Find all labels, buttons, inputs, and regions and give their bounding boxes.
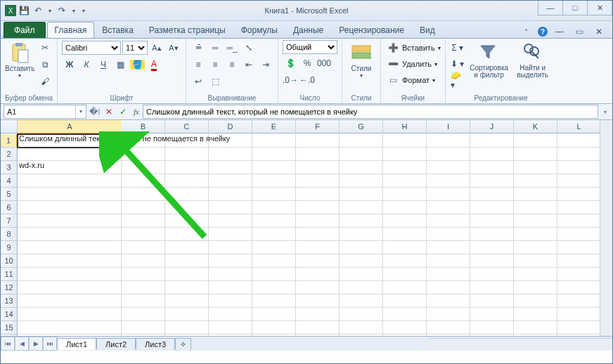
cell[interactable] xyxy=(209,294,252,308)
cell[interactable] xyxy=(122,241,165,254)
cell[interactable] xyxy=(470,134,514,148)
cell[interactable] xyxy=(427,321,470,334)
name-box[interactable]: A1 ▾ xyxy=(4,105,86,119)
column-header[interactable]: C xyxy=(165,120,209,134)
qat-customize-icon[interactable]: ▾ xyxy=(79,3,88,18)
cell[interactable] xyxy=(340,294,383,308)
formula-expand-icon[interactable]: �⁞ xyxy=(88,105,102,118)
cell[interactable] xyxy=(383,254,427,268)
save-icon[interactable]: 💾 xyxy=(18,4,30,17)
formula-input[interactable] xyxy=(143,105,598,119)
cell[interactable] xyxy=(557,308,601,321)
cell[interactable] xyxy=(165,321,209,334)
sheet-tab-1[interactable]: Лист1 xyxy=(57,338,96,350)
select-all-corner[interactable] xyxy=(1,120,18,134)
cell[interactable] xyxy=(252,241,296,254)
cell[interactable] xyxy=(470,148,514,161)
cell[interactable] xyxy=(252,201,296,214)
undo-icon[interactable]: ↶ xyxy=(32,4,44,17)
cell[interactable] xyxy=(427,174,470,188)
cell[interactable] xyxy=(557,294,601,308)
orientation-icon[interactable]: ⤡ xyxy=(241,40,257,56)
cell[interactable] xyxy=(383,281,427,294)
clear-icon[interactable]: 🧽 ▾ xyxy=(450,72,465,88)
cell[interactable] xyxy=(296,174,340,188)
cell[interactable] xyxy=(122,174,165,188)
cell[interactable] xyxy=(427,214,470,228)
cell[interactable] xyxy=(18,254,122,268)
align-left-icon[interactable]: ≡ xyxy=(191,57,206,72)
cell[interactable] xyxy=(209,268,252,281)
sheet-tab-3[interactable]: Лист3 xyxy=(136,338,175,350)
align-center-icon[interactable]: ≡ xyxy=(207,57,223,72)
cell[interactable] xyxy=(18,148,122,161)
font-name-select[interactable]: Calibri xyxy=(62,41,121,55)
cell[interactable] xyxy=(165,294,209,308)
cell[interactable] xyxy=(383,214,427,228)
cell[interactable] xyxy=(383,134,427,148)
cell[interactable] xyxy=(514,308,557,321)
cell[interactable] xyxy=(18,174,122,188)
cell[interactable] xyxy=(296,321,340,334)
cell[interactable] xyxy=(514,268,557,281)
cell[interactable] xyxy=(340,214,383,228)
redo-dropdown-icon[interactable]: ▾ xyxy=(70,3,78,18)
cell[interactable] xyxy=(252,214,296,228)
cell[interactable] xyxy=(557,254,601,268)
doc-close-icon[interactable]: ✕ xyxy=(591,24,607,39)
cell[interactable] xyxy=(209,228,252,241)
accounting-format-icon[interactable]: 💲 xyxy=(283,56,298,71)
cell[interactable] xyxy=(514,228,557,241)
cell[interactable] xyxy=(252,308,296,321)
cell[interactable] xyxy=(340,241,383,254)
cell[interactable] xyxy=(514,294,557,308)
tab-home[interactable]: Главная xyxy=(47,22,95,38)
cell[interactable] xyxy=(296,254,340,268)
cell[interactable] xyxy=(165,254,209,268)
cell[interactable] xyxy=(165,174,209,188)
cell[interactable] xyxy=(252,134,296,148)
horizontal-scrollbar[interactable] xyxy=(430,338,612,351)
cell[interactable] xyxy=(18,294,122,308)
paste-button[interactable]: Вставить ▾ xyxy=(5,40,34,79)
cell[interactable] xyxy=(470,228,514,241)
cell[interactable] xyxy=(252,174,296,188)
row-header[interactable]: 11 xyxy=(1,268,18,281)
sheet-nav-next-icon[interactable]: ▶ xyxy=(29,337,43,351)
cell[interactable] xyxy=(340,308,383,321)
row-header[interactable]: 13 xyxy=(1,294,18,308)
cell-grid[interactable]: ABCDEFGHIJKL1Слишком длинный текст, кото… xyxy=(1,120,612,348)
cell[interactable] xyxy=(470,268,514,281)
cell[interactable] xyxy=(18,308,122,321)
cell[interactable] xyxy=(427,268,470,281)
cell[interactable] xyxy=(427,134,470,148)
cell[interactable] xyxy=(252,268,296,281)
cell[interactable] xyxy=(18,321,122,334)
cell[interactable] xyxy=(427,241,470,254)
sheet-nav-prev-icon[interactable]: ◀ xyxy=(15,337,29,351)
cell-styles-button[interactable]: Стили ▾ xyxy=(347,40,376,79)
close-button[interactable]: ✕ xyxy=(587,1,612,15)
cell[interactable] xyxy=(209,161,252,174)
tab-page-layout[interactable]: Разметка страницы xyxy=(141,22,233,38)
cell[interactable] xyxy=(18,281,122,294)
align-top-icon[interactable]: ═̄ xyxy=(191,40,206,56)
cell[interactable] xyxy=(296,201,340,214)
redo-icon[interactable]: ↷ xyxy=(56,4,68,17)
new-sheet-button[interactable]: ✧ xyxy=(175,338,191,351)
cell[interactable] xyxy=(165,308,209,321)
cell[interactable] xyxy=(557,241,601,254)
cell[interactable] xyxy=(296,241,340,254)
column-header[interactable]: L xyxy=(557,120,601,134)
row-header[interactable]: 14 xyxy=(1,308,18,321)
cell[interactable] xyxy=(427,188,470,201)
cell[interactable] xyxy=(209,321,252,334)
file-tab[interactable]: Файл xyxy=(4,22,46,38)
insert-cells-icon[interactable]: ➕ xyxy=(385,40,401,56)
cell[interactable] xyxy=(122,161,165,174)
cell[interactable] xyxy=(427,308,470,321)
row-header[interactable]: 10 xyxy=(1,254,18,268)
cell[interactable] xyxy=(165,228,209,241)
cell[interactable] xyxy=(296,161,340,174)
cell[interactable] xyxy=(557,174,601,188)
